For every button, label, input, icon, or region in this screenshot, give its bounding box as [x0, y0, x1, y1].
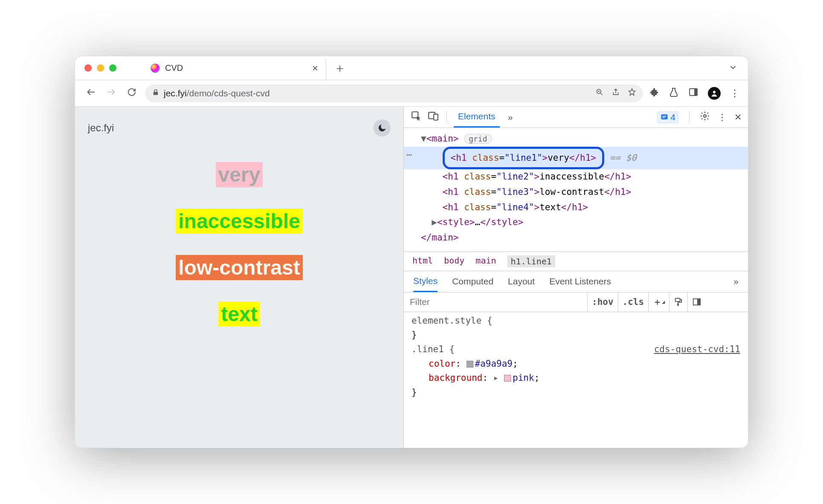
- tab-close-button[interactable]: ×: [312, 62, 318, 74]
- devtools-tabbar: Elements » 4 ⋮ ✕: [404, 107, 748, 128]
- row-actions-icon[interactable]: ⋯: [406, 147, 412, 162]
- browser-window: CVD × ＋ jec.fyi/demo/cds-quest-cvd: [75, 56, 748, 448]
- styles-tabbar: Styles Computed Layout Event Listeners »: [404, 271, 748, 293]
- labs-icon[interactable]: [669, 87, 679, 100]
- inspect-icon[interactable]: [410, 110, 423, 124]
- theme-toggle-button[interactable]: [374, 119, 391, 136]
- settings-icon[interactable]: [700, 111, 710, 123]
- reload-button[interactable]: [125, 87, 139, 100]
- color-swatch-icon[interactable]: [467, 361, 473, 368]
- rule-source-link[interactable]: cds-quest-cvd:11: [654, 342, 740, 357]
- back-button[interactable]: [84, 87, 98, 100]
- demo-line2: inaccessible: [176, 209, 303, 234]
- favicon-icon: [151, 64, 160, 73]
- rule-selector[interactable]: .line1 {: [412, 344, 455, 354]
- dom-row[interactable]: ▶<style>…</style>: [404, 215, 748, 230]
- more-tabs-icon[interactable]: »: [733, 276, 739, 287]
- chrome-menu-button[interactable]: ⋮: [730, 88, 739, 99]
- demo-line3: low-contrast: [176, 255, 302, 280]
- element-style-selector[interactable]: element.style {: [412, 316, 493, 326]
- bc-body[interactable]: body: [444, 255, 464, 267]
- hov-toggle[interactable]: :hov: [587, 293, 618, 312]
- cls-toggle[interactable]: .cls: [618, 293, 649, 312]
- css-prop[interactable]: background: [429, 373, 482, 383]
- bookmark-icon[interactable]: [628, 88, 636, 98]
- window-minimize-button[interactable]: [97, 64, 104, 72]
- profile-avatar[interactable]: [708, 87, 721, 100]
- tab-title: CVD: [165, 63, 307, 73]
- color-swatch-icon[interactable]: [504, 375, 511, 382]
- tab-elements[interactable]: Elements: [454, 107, 500, 127]
- dom-row[interactable]: <h1 class="line3">low-contrast</h1>: [404, 185, 748, 200]
- window-zoom-button[interactable]: [109, 64, 116, 72]
- bc-html[interactable]: html: [412, 255, 433, 267]
- demo-line1: very: [216, 162, 263, 187]
- svg-rect-8: [661, 114, 668, 119]
- svg-rect-9: [662, 116, 667, 116]
- paint-icon[interactable]: [669, 293, 687, 312]
- svg-rect-7: [434, 114, 438, 120]
- tab-styles[interactable]: Styles: [413, 271, 438, 292]
- new-tab-button[interactable]: ＋: [334, 60, 346, 76]
- more-tabs-icon[interactable]: »: [504, 112, 517, 122]
- styles-filter-bar: :hov .cls ＋◢: [404, 293, 748, 312]
- rule-close: }: [412, 328, 740, 342]
- issues-button[interactable]: 4: [657, 111, 679, 124]
- grid-badge[interactable]: grid: [464, 134, 492, 144]
- expand-icon[interactable]: ▸: [493, 373, 499, 383]
- css-value[interactable]: #a9a9a9: [475, 359, 513, 369]
- styles-rules[interactable]: element.style { } .line1 {cds-quest-cvd:…: [404, 312, 748, 402]
- page-viewport: jec.fyi very inaccessible low-contrast t…: [75, 107, 403, 448]
- site-name: jec.fyi: [88, 122, 114, 134]
- new-style-button[interactable]: ＋◢: [648, 293, 669, 312]
- css-value[interactable]: pink: [513, 373, 534, 383]
- traffic-lights: [75, 64, 126, 72]
- css-prop[interactable]: color: [429, 359, 455, 369]
- sidepanel-icon[interactable]: [688, 87, 698, 100]
- url-text: jec.fyi/demo/cds-quest-cvd: [164, 88, 270, 98]
- computed-sidebar-icon[interactable]: [687, 293, 706, 312]
- demo-content: very inaccessible low-contrast text: [88, 136, 391, 435]
- extensions-icon[interactable]: [649, 87, 659, 100]
- tab-computed[interactable]: Computed: [452, 276, 493, 287]
- toolbar: jec.fyi/demo/cds-quest-cvd ⋮: [75, 80, 748, 107]
- zoom-icon[interactable]: [595, 88, 604, 98]
- omnibox[interactable]: jec.fyi/demo/cds-quest-cvd: [145, 84, 643, 102]
- svg-point-4: [713, 91, 716, 93]
- rule-close: }: [412, 385, 740, 400]
- issues-count: 4: [670, 112, 675, 122]
- tab-event-listeners[interactable]: Event Listeners: [549, 276, 611, 287]
- dom-row[interactable]: <h1 class="line2">inaccessible</h1>: [404, 169, 748, 185]
- bc-main[interactable]: main: [475, 255, 496, 267]
- share-icon[interactable]: [611, 88, 620, 98]
- svg-point-11: [704, 115, 706, 117]
- svg-rect-12: [675, 298, 680, 301]
- dom-tree[interactable]: ▼<main> grid ⋯ <h1 class="line1">very</h…: [404, 128, 748, 252]
- dom-selected-row[interactable]: ⋯ <h1 class="line1">very</h1> == $0: [404, 147, 748, 170]
- svg-rect-0: [154, 92, 158, 95]
- svg-rect-10: [662, 117, 665, 118]
- svg-rect-3: [694, 89, 697, 96]
- bc-h1[interactable]: h1.line1: [507, 255, 555, 267]
- tabs-menu-button[interactable]: [728, 63, 738, 74]
- svg-rect-15: [697, 299, 700, 305]
- dom-row[interactable]: </main>: [404, 230, 748, 246]
- styles-filter-input[interactable]: [404, 297, 587, 307]
- window-close-button[interactable]: [84, 64, 92, 72]
- devtools: Elements » 4 ⋮ ✕ ▼<main> grid ⋯ <h1 clas…: [403, 107, 748, 448]
- dom-row[interactable]: <h1 class="line4">text</h1>: [404, 200, 748, 215]
- demo-line4: text: [218, 301, 260, 327]
- device-icon[interactable]: [427, 110, 440, 124]
- lock-icon: [152, 88, 159, 98]
- tab-layout[interactable]: Layout: [508, 276, 535, 287]
- svg-rect-13: [678, 304, 679, 306]
- titlebar: CVD × ＋: [75, 56, 748, 80]
- forward-button[interactable]: [104, 87, 119, 100]
- browser-tab[interactable]: CVD ×: [143, 56, 326, 80]
- breadcrumb[interactable]: html body main h1.line1: [404, 252, 748, 271]
- devtools-menu-button[interactable]: ⋮: [718, 112, 727, 122]
- devtools-close-button[interactable]: ✕: [734, 112, 742, 122]
